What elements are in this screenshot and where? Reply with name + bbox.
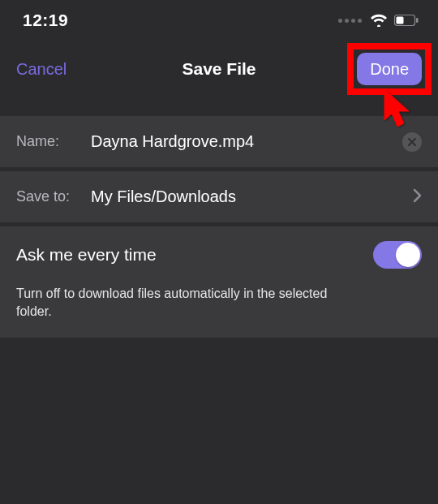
- status-bar: 12:19: [0, 0, 438, 41]
- save-to-value: My Files/Downloads: [91, 187, 412, 206]
- status-time: 12:19: [23, 11, 68, 30]
- toggle-knob: [396, 243, 420, 267]
- filename-row: Name:: [0, 115, 438, 167]
- done-button[interactable]: Done: [357, 53, 422, 85]
- ask-every-time-toggle[interactable]: [373, 241, 422, 269]
- done-button-wrap: Done: [357, 53, 422, 85]
- wifi-icon: [370, 14, 388, 27]
- filename-input[interactable]: [91, 132, 402, 151]
- chevron-right-icon: [412, 188, 422, 206]
- filename-label: Name:: [16, 133, 91, 150]
- svg-rect-1: [416, 18, 419, 23]
- save-to-label: Save to:: [16, 188, 91, 205]
- svg-rect-2: [397, 17, 404, 24]
- ask-every-time-section: Ask me every time Turn off to download f…: [0, 226, 438, 338]
- clear-filename-button[interactable]: [402, 132, 422, 152]
- close-icon: [407, 137, 417, 147]
- page-title: Save File: [182, 59, 256, 79]
- status-icons: [338, 14, 419, 27]
- cellular-dots-icon: [338, 19, 362, 23]
- ask-every-time-row: Ask me every time: [16, 241, 422, 269]
- ask-every-time-label: Ask me every time: [16, 245, 157, 265]
- cancel-button[interactable]: Cancel: [16, 60, 67, 79]
- ask-every-time-help: Turn off to download files automatically…: [16, 285, 357, 320]
- save-to-row[interactable]: Save to: My Files/Downloads: [0, 170, 438, 222]
- header: Cancel Save File Done: [0, 41, 438, 97]
- battery-icon: [394, 15, 419, 26]
